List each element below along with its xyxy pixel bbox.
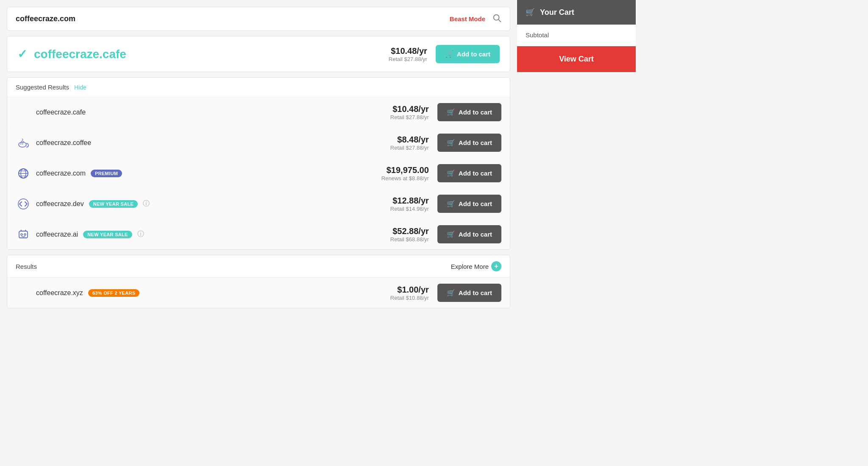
sale-badge-3: NEW YEAR SALE <box>89 200 138 208</box>
suggested-add-label-1: Add to cart <box>459 139 492 146</box>
suggested-header: Suggested Results Hide <box>7 78 510 97</box>
featured-domain-left: ✓ coffeecraze.cafe <box>17 47 126 61</box>
suggested-row-3-left: coffeecraze.dev NEW YEAR SALE ⓘ <box>16 196 150 212</box>
suggested-price-1: $8.48/yr Retail $27.88/yr <box>390 135 429 151</box>
results-section: Results Explore More + coffeecraze.xyz 6… <box>7 255 510 308</box>
suggested-price-main-4: $52.88/yr <box>390 226 429 236</box>
suggested-price-main-2: $19,975.00 <box>381 165 429 175</box>
suggested-price-main-0: $10.48/yr <box>390 104 429 114</box>
suggested-add-cart-3[interactable]: 🛒 Add to cart <box>437 195 501 213</box>
explore-more-icon: + <box>491 261 501 271</box>
results-add-cart-0[interactable]: 🛒 Add to cart <box>437 284 501 302</box>
suggested-add-cart-2[interactable]: 🛒 Add to cart <box>437 164 501 182</box>
featured-domain-right: $10.48/yr Retail $27.88/yr 🛒 Add to cart <box>389 45 500 63</box>
cart-header: 🛒 Your Cart <box>517 0 636 25</box>
premium-badge: PREMIUM <box>91 170 122 177</box>
suggested-add-label-2: Add to cart <box>459 170 492 177</box>
domain-icon-2 <box>16 166 31 181</box>
featured-price-block: $10.48/yr Retail $27.88/yr <box>389 46 427 62</box>
results-domain-icon-0 <box>16 285 31 301</box>
explore-more-label: Explore More <box>451 263 489 270</box>
search-icon <box>492 13 501 22</box>
results-header: Results Explore More + <box>7 255 510 278</box>
suggested-price-main-1: $8.48/yr <box>390 135 429 145</box>
cart-icon-2: 🛒 <box>447 169 455 177</box>
suggested-add-cart-4[interactable]: 🛒 Add to cart <box>437 225 501 243</box>
search-button[interactable] <box>492 13 501 25</box>
suggested-row-2-left: coffeecraze.com PREMIUM <box>16 166 122 181</box>
suggested-price-retail-4: Retail $68.88/yr <box>390 236 429 243</box>
suggested-section: Suggested Results Hide coffeecraze.cafe … <box>7 77 510 250</box>
ai-icon <box>17 228 30 241</box>
results-row-0: coffeecraze.xyz 63% OFF 2 YEARS $1.00/yr… <box>7 278 510 308</box>
results-price-0: $1.00/yr Retail $10.88/yr <box>390 285 429 301</box>
cart-icon-4: 🛒 <box>447 230 455 238</box>
suggested-row-1-left: coffeecraze.coffee <box>16 135 91 151</box>
domain-icon-3 <box>16 196 31 212</box>
results-row-0-right: $1.00/yr Retail $10.88/yr 🛒 Add to cart <box>390 284 501 302</box>
cart-icon-1: 🛒 <box>447 139 455 147</box>
info-icon-4[interactable]: ⓘ <box>137 230 144 239</box>
suggested-row-2: coffeecraze.com PREMIUM $19,975.00 Renew… <box>7 158 510 189</box>
suggested-price-retail-2: Renews at $8.88/yr <box>381 175 429 181</box>
suggested-row-0-right: $10.48/yr Retail $27.88/yr 🛒 Add to cart <box>390 103 501 121</box>
hide-link[interactable]: Hide <box>74 84 86 91</box>
cart-title: Your Cart <box>540 8 574 17</box>
suggested-domain-4: coffeecraze.ai <box>36 231 78 238</box>
featured-domain-row: ✓ coffeecraze.cafe $10.48/yr Retail $27.… <box>7 36 510 72</box>
cart-icon-3: 🛒 <box>447 200 455 208</box>
suggested-row-4: coffeecraze.ai NEW YEAR SALE ⓘ $52.88/yr… <box>7 219 510 249</box>
suggested-price-0: $10.48/yr Retail $27.88/yr <box>390 104 429 120</box>
cart-sidebar: 🛒 Your Cart Subtotal View Cart <box>517 0 636 466</box>
results-price-retail-0: Retail $10.88/yr <box>390 295 429 301</box>
suggested-price-retail-0: Retail $27.88/yr <box>390 114 429 120</box>
suggested-add-cart-1[interactable]: 🛒 Add to cart <box>437 134 501 152</box>
info-icon-3[interactable]: ⓘ <box>143 199 150 208</box>
suggested-row-0-left: coffeecraze.cafe <box>16 105 86 120</box>
featured-add-label: Add to cart <box>457 50 490 58</box>
suggested-domain-0: coffeecraze.cafe <box>36 109 86 116</box>
suggested-row-1: coffeecraze.coffee $8.48/yr Retail $27.8… <box>7 128 510 158</box>
sale-badge-4: NEW YEAR SALE <box>83 231 132 238</box>
svg-point-10 <box>21 234 22 235</box>
cart-header-icon: 🛒 <box>526 8 535 17</box>
suggested-row-3: coffeecraze.dev NEW YEAR SALE ⓘ $12.88/y… <box>7 189 510 219</box>
suggested-row-4-right: $52.88/yr Retail $68.88/yr 🛒 Add to cart <box>390 225 501 243</box>
cart-icon: 🛒 <box>445 50 453 58</box>
cart-icon-0: 🛒 <box>447 108 455 116</box>
suggested-price-retail-3: Retail $14.98/yr <box>390 206 429 212</box>
results-title: Results <box>16 263 37 270</box>
domain-icon-4 <box>16 227 31 242</box>
suggested-price-4: $52.88/yr Retail $68.88/yr <box>390 226 429 243</box>
search-query: coffeecraze.com <box>16 14 75 23</box>
subtotal-label: Subtotal <box>526 31 549 39</box>
suggested-row-3-right: $12.88/yr Retail $14.98/yr 🛒 Add to cart <box>390 195 501 213</box>
cart-icon-r0: 🛒 <box>447 289 455 297</box>
search-bar: coffeecraze.com Beast Mode <box>7 7 510 31</box>
suggested-price-3: $12.88/yr Retail $14.98/yr <box>390 196 429 212</box>
suggested-domain-3: coffeecraze.dev <box>36 200 84 208</box>
suggested-price-2: $19,975.00 Renews at $8.88/yr <box>381 165 429 181</box>
results-row-0-left: coffeecraze.xyz 63% OFF 2 YEARS <box>16 285 139 301</box>
featured-add-to-cart-button[interactable]: 🛒 Add to cart <box>436 45 500 63</box>
featured-price: $10.48/yr <box>389 46 427 56</box>
suggested-price-main-3: $12.88/yr <box>390 196 429 206</box>
suggested-price-retail-1: Retail $27.88/yr <box>390 145 429 151</box>
results-add-label-0: Add to cart <box>459 289 492 296</box>
beast-mode-button[interactable]: Beast Mode <box>450 15 485 22</box>
coffee-icon <box>17 136 30 150</box>
discount-badge-0: 63% OFF 2 YEARS <box>88 289 140 297</box>
suggested-title: Suggested Results <box>16 84 69 91</box>
search-bar-right: Beast Mode <box>450 13 501 25</box>
view-cart-button[interactable]: View Cart <box>517 46 636 72</box>
results-domain-0: coffeecraze.xyz <box>36 289 83 297</box>
suggested-add-label-4: Add to cart <box>459 231 492 238</box>
featured-domain-name: coffeecraze.cafe <box>34 47 126 61</box>
suggested-add-label-3: Add to cart <box>459 200 492 207</box>
explore-more-button[interactable]: Explore More + <box>451 261 501 271</box>
suggested-row-0: coffeecraze.cafe $10.48/yr Retail $27.88… <box>7 97 510 128</box>
svg-line-1 <box>498 20 501 22</box>
suggested-add-cart-0[interactable]: 🛒 Add to cart <box>437 103 501 121</box>
check-icon: ✓ <box>17 47 27 61</box>
featured-retail-price: Retail $27.88/yr <box>389 56 427 62</box>
